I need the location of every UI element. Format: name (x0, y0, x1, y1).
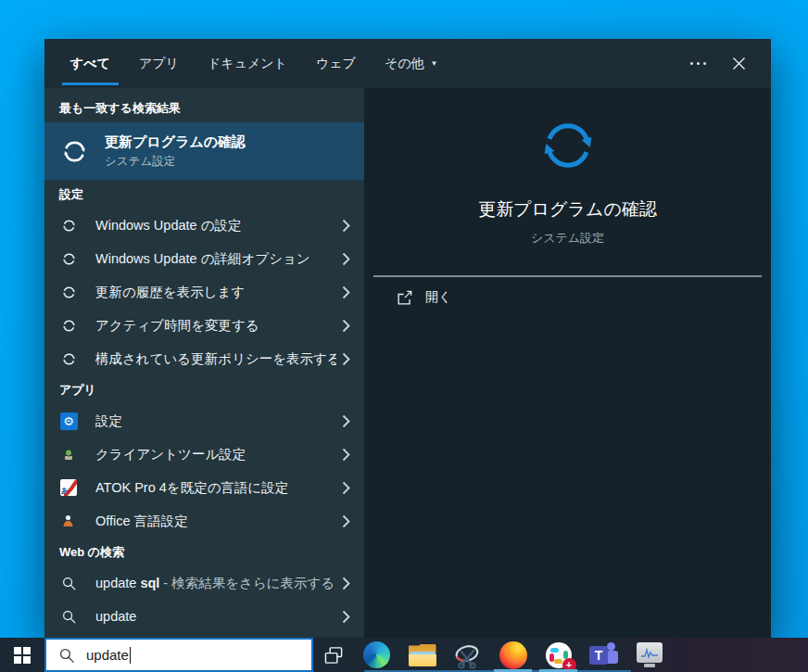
chevron-right-icon[interactable] (336, 448, 355, 462)
settings-gear-icon: ⚙ (56, 412, 82, 430)
chevron-right-icon[interactable] (336, 414, 355, 428)
result-atok-default-language[interactable]: あ ATOK Pro 4を既定の言語に設定 (44, 471, 364, 504)
chevron-right-icon[interactable] (336, 577, 355, 590)
tab-more[interactable]: その他 ▼ (376, 39, 447, 88)
result-label: 更新の履歴を表示します (95, 284, 336, 301)
file-explorer-icon (409, 644, 436, 666)
snipping-tool-icon (453, 641, 483, 669)
atok-icon: あ (56, 479, 82, 496)
taskbar: update (0, 638, 808, 672)
chevron-right-icon[interactable] (336, 481, 355, 495)
open-action-label: 開く (425, 289, 451, 306)
result-update-history[interactable]: 更新の履歴を表示します (44, 275, 364, 309)
sync-icon (56, 351, 82, 367)
search-flyout: すべて アプリ ドキュメント ウェブ その他 ▼ 最も一致する検索結果 (44, 39, 771, 638)
sync-icon (56, 285, 82, 300)
search-icon (56, 576, 82, 591)
task-view-icon (324, 646, 344, 665)
web-suggestion-update[interactable]: update (44, 600, 364, 633)
chevron-right-icon[interactable] (336, 352, 355, 366)
chevron-right-icon[interactable] (336, 610, 355, 624)
sync-icon-large (537, 114, 600, 177)
open-external-icon (396, 289, 413, 307)
best-match-result[interactable]: 更新プログラムの確認 システム設定 (44, 122, 364, 180)
chevron-right-icon[interactable] (336, 514, 355, 528)
sync-icon (56, 318, 82, 334)
search-icon (58, 647, 75, 664)
teams-icon: T (589, 641, 618, 668)
preview-subtitle: システム設定 (531, 230, 604, 247)
task-view-button[interactable] (313, 638, 354, 672)
search-query-text: update (86, 647, 131, 664)
tab-apps-label: アプリ (139, 56, 179, 72)
close-button[interactable] (723, 48, 754, 80)
start-button[interactable] (0, 638, 44, 672)
sync-icon (56, 218, 82, 234)
tab-documents[interactable]: ドキュメント (199, 39, 296, 88)
tab-documents-label: ドキュメント (208, 56, 287, 72)
best-match-title: 更新プログラムの確認 (105, 133, 246, 151)
result-active-hours[interactable]: アクティブ時間を変更する (44, 309, 364, 342)
tab-all-label: すべて (70, 56, 110, 72)
client-tools-icon (56, 448, 82, 461)
taskbar-app-system-monitor[interactable] (626, 638, 672, 672)
apps-section-header: アプリ (44, 375, 364, 404)
result-label: ATOK Pro 4を既定の言語に設定 (95, 479, 336, 497)
tab-apps[interactable]: アプリ (131, 39, 187, 88)
taskbar-app-file-explorer[interactable] (399, 638, 445, 672)
text-caret (130, 647, 131, 664)
edge-icon (363, 641, 390, 668)
result-settings-app[interactable]: ⚙ 設定 (44, 404, 364, 437)
close-icon (732, 57, 746, 70)
result-label: クライアントツール設定 (95, 446, 336, 463)
tab-web-label: ウェブ (316, 56, 356, 72)
desktop: { "tabs_bar": { "tabs": [ { "label": "すべ… (0, 0, 808, 672)
open-action[interactable]: 開く (364, 277, 771, 318)
best-match-header: 最も一致する検索結果 (44, 94, 364, 122)
taskbar-search-box[interactable]: update (44, 638, 313, 672)
result-office-language-settings[interactable]: Office 言語設定 (44, 504, 364, 538)
chevron-right-icon[interactable] (336, 219, 355, 233)
best-match-subtitle: システム設定 (105, 154, 246, 170)
result-windows-update-advanced[interactable]: Windows Update の詳細オプション (44, 242, 364, 275)
more-options-button[interactable] (682, 48, 713, 80)
chevron-right-icon[interactable] (336, 252, 355, 266)
sync-icon (56, 251, 82, 267)
result-label: 構成されている更新ポリシーを表示する (95, 350, 336, 368)
tab-all[interactable]: すべて (62, 39, 119, 88)
search-tabs-bar: すべて アプリ ドキュメント ウェブ その他 ▼ (44, 39, 771, 88)
preview-title: 更新プログラムの確認 (478, 197, 657, 222)
tab-web[interactable]: ウェブ (308, 39, 364, 88)
system-monitor-icon (637, 642, 663, 667)
search-icon (56, 609, 82, 625)
taskbar-app-firefox[interactable] (490, 638, 536, 672)
chevron-down-icon: ▼ (431, 59, 438, 68)
result-label: Windows Update の設定 (95, 217, 336, 235)
web-suggestion-label: update sql - 検索結果をさらに表示する (95, 575, 336, 592)
best-match-text: 更新プログラムの確認 システム設定 (105, 133, 246, 169)
chevron-right-icon[interactable] (336, 319, 355, 333)
chevron-right-icon[interactable] (336, 285, 355, 299)
result-label: Windows Update の詳細オプション (95, 250, 336, 268)
slack-icon: + (546, 642, 572, 668)
search-results-list: 最も一致する検索結果 更新プログラムの確認 システム設定 設定 (44, 88, 364, 638)
tab-more-label: その他 (385, 56, 424, 72)
office-language-icon (56, 514, 82, 527)
taskbar-app-slack[interactable]: + (536, 638, 581, 672)
result-label: Office 言語設定 (95, 513, 336, 530)
result-label: アクティブ時間を変更する (95, 317, 336, 335)
windows-logo-icon (14, 647, 31, 664)
result-client-tools-config[interactable]: クライアントツール設定 (44, 437, 364, 471)
taskbar-app-edge[interactable] (354, 638, 399, 672)
web-search-section-header: Web の検索 (44, 538, 364, 566)
sync-icon (56, 137, 93, 166)
taskbar-app-snipping-tool[interactable] (445, 638, 490, 672)
settings-section-header: 設定 (44, 180, 364, 209)
result-windows-update-settings[interactable]: Windows Update の設定 (44, 209, 364, 242)
taskbar-app-teams[interactable]: T (581, 638, 626, 672)
web-suggestion-label: update (95, 609, 336, 624)
result-label: 設定 (95, 412, 336, 430)
preview-pane: 更新プログラムの確認 システム設定 開く (364, 88, 771, 638)
result-update-policies[interactable]: 構成されている更新ポリシーを表示する (44, 342, 364, 375)
web-suggestion-update-sql[interactable]: update sql - 検索結果をさらに表示する (44, 566, 364, 600)
